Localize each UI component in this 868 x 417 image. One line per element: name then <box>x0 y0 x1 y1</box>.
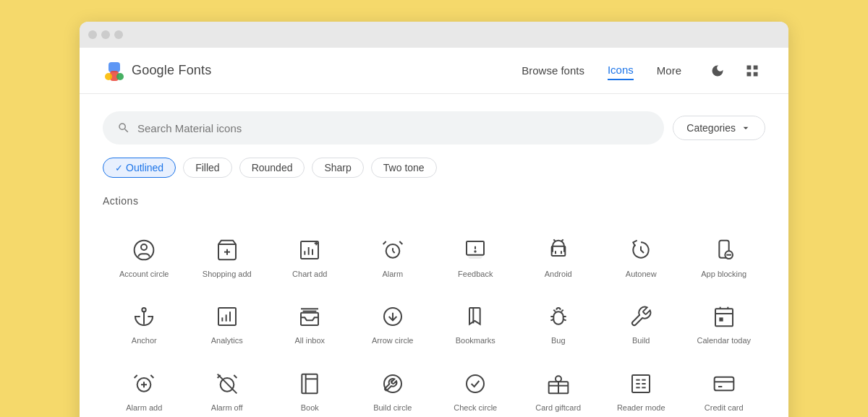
anchor-icon <box>132 305 156 328</box>
icon-alarm[interactable]: Alarm <box>352 224 435 291</box>
svg-point-27 <box>142 308 146 311</box>
section-title: Actions <box>103 195 765 207</box>
chip-outlined-label: Outlined <box>126 162 163 173</box>
svg-rect-71 <box>714 377 733 390</box>
svg-line-20 <box>553 239 556 241</box>
logo-area: Google Fonts <box>103 59 522 82</box>
autonew-label: Autonew <box>626 269 657 279</box>
svg-point-1 <box>116 73 124 80</box>
theme-toggle-button[interactable] <box>705 58 731 84</box>
anchor-label: Anchor <box>132 335 157 345</box>
icon-shopping-add[interactable]: Shopping add <box>186 224 269 291</box>
chip-two-tone-label: Two tone <box>383 162 425 173</box>
icon-check-circle[interactable]: Check circle <box>434 358 517 417</box>
header: Google Fonts Browse fonts Icons More <box>80 48 788 94</box>
icon-autonew[interactable]: Autonew <box>600 224 683 291</box>
chip-outlined[interactable]: ✓ Outlined <box>103 158 176 178</box>
icon-build[interactable]: Build <box>600 291 683 357</box>
categories-button[interactable]: Categories <box>673 116 765 140</box>
app-blocking-label: App blocking <box>701 269 746 279</box>
bookmarks-label: Bookmarks <box>456 335 495 345</box>
account-circle-label: Account circle <box>119 269 169 279</box>
search-box <box>103 111 664 145</box>
icon-arrow-circle[interactable]: Arrow circle <box>352 291 435 357</box>
svg-point-60 <box>467 375 484 392</box>
android-icon <box>547 238 570 262</box>
icon-card-giftcard[interactable]: Card giftcard <box>517 358 600 417</box>
reader-mode-label: Reader mode <box>617 403 665 413</box>
shopping-add-icon <box>216 238 239 262</box>
build-circle-icon <box>381 372 404 395</box>
nav-icons[interactable]: Icons <box>608 61 634 80</box>
alarm-add-icon <box>132 372 156 395</box>
icon-credit-card[interactable]: Credit card <box>683 358 766 417</box>
icon-alarm-add[interactable]: Alarm add <box>103 358 186 417</box>
icon-build-circle[interactable]: Build circle <box>352 358 435 417</box>
alarm-off-icon <box>216 372 239 395</box>
search-section: Categories <box>80 94 788 145</box>
svg-rect-35 <box>301 313 318 325</box>
filter-chips-row: ✓ Outlined Filled Rounded Sharp Two tone <box>80 145 788 178</box>
icon-bookmarks[interactable]: Bookmarks <box>434 291 517 357</box>
svg-point-3 <box>141 244 147 250</box>
calendar-today-label: Calendar today <box>697 335 751 345</box>
feedback-icon <box>464 238 487 262</box>
chip-two-tone[interactable]: Two tone <box>371 158 437 178</box>
svg-rect-50 <box>719 318 723 322</box>
alarm-add-label: Alarm add <box>126 403 162 413</box>
chip-filled-label: Filled <box>195 162 219 173</box>
browser-dot-red <box>88 30 97 39</box>
analytics-icon <box>216 305 239 328</box>
build-icon <box>629 305 652 328</box>
chip-sharp-label: Sharp <box>324 162 351 173</box>
build-label: Build <box>632 335 650 345</box>
autonew-icon <box>629 238 652 262</box>
icon-analytics[interactable]: Analytics <box>186 291 269 357</box>
chip-filled[interactable]: Filled <box>183 158 231 178</box>
icons-section: Actions Account circle <box>80 178 788 417</box>
build-circle-label: Build circle <box>373 403 412 413</box>
icon-account-circle[interactable]: Account circle <box>103 224 186 291</box>
nav-browse-fonts[interactable]: Browse fonts <box>522 61 584 79</box>
icon-reader-mode[interactable]: Reader mode <box>600 358 683 417</box>
check-circle-icon <box>464 372 487 395</box>
icon-app-blocking[interactable]: App blocking <box>683 224 766 291</box>
search-input[interactable] <box>137 122 650 134</box>
account-circle-icon <box>132 238 156 262</box>
icon-bug[interactable]: Bug <box>517 291 600 357</box>
check-circle-label: Check circle <box>454 403 497 413</box>
icon-all-inbox[interactable]: All inbox <box>268 291 352 357</box>
svg-rect-19 <box>551 246 565 256</box>
chip-sharp[interactable]: Sharp <box>312 158 363 178</box>
android-label: Android <box>545 269 572 279</box>
card-giftcard-icon <box>547 372 570 395</box>
chip-rounded-label: Rounded <box>252 162 293 173</box>
categories-label: Categories <box>686 122 736 134</box>
all-inbox-label: All inbox <box>294 335 325 345</box>
svg-rect-64 <box>632 375 650 392</box>
icon-android[interactable]: Android <box>517 224 600 291</box>
svg-rect-46 <box>715 309 733 327</box>
icon-anchor[interactable]: Anchor <box>103 291 186 357</box>
icon-calendar-today[interactable]: Calendar today <box>683 291 766 357</box>
icon-feedback[interactable]: Feedback <box>434 224 517 291</box>
credit-card-label: Credit card <box>705 403 744 413</box>
credit-card-icon <box>712 372 736 395</box>
svg-point-0 <box>105 73 112 80</box>
alarm-icon <box>381 238 404 262</box>
feedback-label: Feedback <box>458 269 493 279</box>
browser-dot-yellow <box>101 30 110 39</box>
arrow-circle-label: Arrow circle <box>372 335 413 345</box>
chip-rounded[interactable]: Rounded <box>239 158 305 178</box>
main-nav: Browse fonts Icons More <box>522 61 681 80</box>
svg-line-41 <box>561 310 563 312</box>
shopping-add-label: Shopping add <box>203 269 252 279</box>
nav-more[interactable]: More <box>657 61 681 79</box>
icon-chart-add[interactable]: Chart add <box>268 224 352 291</box>
grid-view-button[interactable] <box>739 58 765 84</box>
icon-book[interactable]: Book <box>268 358 352 417</box>
icon-alarm-off[interactable]: Alarm off <box>186 358 269 417</box>
google-fonts-logo-icon <box>103 59 126 82</box>
check-icon: ✓ <box>115 163 123 173</box>
content-area: Google Fonts Browse fonts Icons More <box>80 48 788 417</box>
